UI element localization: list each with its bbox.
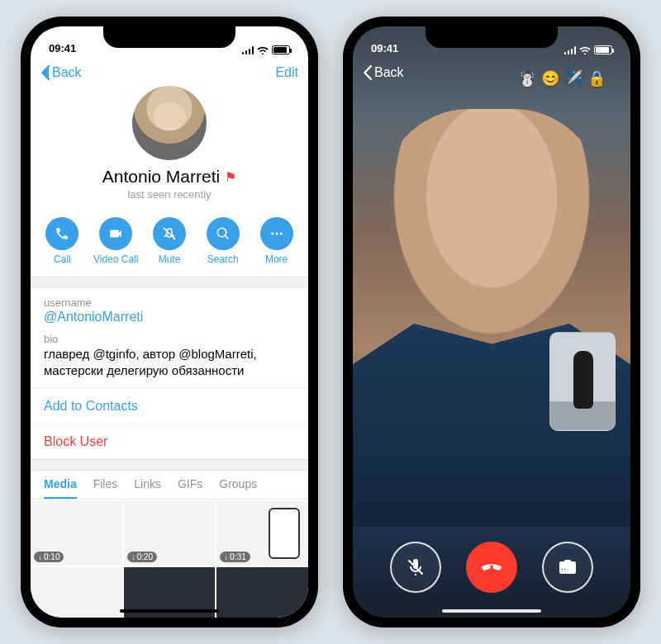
self-view-pip[interactable] <box>549 332 616 431</box>
tab-groups[interactable]: Groups <box>219 477 257 499</box>
notch <box>103 26 235 48</box>
battery-icon <box>594 45 612 54</box>
status-right <box>242 45 291 54</box>
video-icon <box>108 226 123 241</box>
display-name: Antonio Marreti ⚑ <box>102 167 236 187</box>
search-label: Search <box>207 253 239 265</box>
divider <box>31 277 308 288</box>
back-button[interactable]: Back <box>363 65 404 80</box>
back-label: Back <box>374 65 404 80</box>
info-section: username @AntonioMarreti bio главред @tg… <box>31 288 308 388</box>
more-label: More <box>265 253 288 265</box>
media-thumb[interactable] <box>31 567 122 618</box>
signal-icon <box>242 46 254 54</box>
chevron-left-icon <box>40 65 50 80</box>
svg-point-0 <box>271 233 273 235</box>
camera-flip-icon <box>558 557 578 577</box>
edit-button[interactable]: Edit <box>275 65 298 80</box>
nav-bar: Back Edit <box>31 56 308 89</box>
home-indicator[interactable] <box>120 609 219 613</box>
search-icon <box>216 226 231 241</box>
profile-screen: 09:41 Back Edit Antonio Marreti ⚑ last s… <box>31 26 308 618</box>
svg-point-1 <box>275 233 278 235</box>
tab-files[interactable]: Files <box>93 477 118 499</box>
phone-right: 09:41 Back ☃️ 😊 ✈️ 🔒 <box>343 17 640 627</box>
display-name-text: Antonio Marreti <box>102 167 220 187</box>
username-label: username <box>44 296 295 309</box>
media-thumb[interactable] <box>216 567 308 618</box>
media-duration: ↓0:10 <box>34 552 64 562</box>
bio-value: главред @tginfo, автор @blogMarreti, мас… <box>44 346 295 380</box>
mute-icon <box>162 226 177 241</box>
emoji-icon: ✈️ <box>564 69 583 88</box>
mute-mic-button[interactable] <box>390 542 441 593</box>
media-grid[interactable]: ↓0:10 ↓0:20 ↓0:31 <box>31 500 308 618</box>
notch <box>426 26 558 48</box>
call-controls <box>353 542 630 593</box>
flag-icon: ⚑ <box>225 169 236 185</box>
flip-camera-button[interactable] <box>542 542 593 593</box>
video-call-button[interactable]: Video Call <box>93 217 139 265</box>
media-duration: ↓0:31 <box>220 552 250 562</box>
status-time: 09:41 <box>49 42 76 54</box>
last-seen: last seen recently <box>127 188 211 201</box>
signal-icon <box>564 46 577 54</box>
emoji-icon: ☃️ <box>518 69 536 88</box>
phone-icon <box>55 226 69 241</box>
svg-point-2 <box>279 233 282 235</box>
more-button[interactable]: More <box>254 217 300 265</box>
tab-links[interactable]: Links <box>134 477 161 499</box>
lock-icon: 🔒 <box>587 69 606 88</box>
add-to-contacts-button[interactable]: Add to Contacts <box>31 388 308 424</box>
wifi-icon <box>579 45 591 54</box>
microphone-icon <box>406 557 426 577</box>
avatar[interactable] <box>132 86 207 160</box>
wifi-icon <box>257 45 269 54</box>
call-label: Call <box>54 253 71 265</box>
status-time: 09:41 <box>371 42 398 54</box>
chevron-left-icon <box>363 65 373 80</box>
search-button[interactable]: Search <box>200 217 246 265</box>
media-thumb[interactable]: ↓0:31 <box>216 501 308 566</box>
username-value[interactable]: @AntonioMarreti <box>44 310 295 324</box>
download-icon: ↓ <box>224 552 228 561</box>
encryption-emoji-row: ☃️ 😊 ✈️ 🔒 <box>518 69 606 88</box>
status-right <box>564 45 613 54</box>
mute-label: Mute <box>159 253 181 265</box>
more-icon <box>269 226 284 241</box>
block-user-button[interactable]: Block User <box>31 424 308 459</box>
mute-button[interactable]: Mute <box>146 217 193 265</box>
tab-media[interactable]: Media <box>44 477 77 499</box>
battery-icon <box>272 45 290 54</box>
call-button[interactable]: Call <box>39 217 85 265</box>
media-duration: ↓0:20 <box>127 552 157 562</box>
remote-video-feed <box>378 109 606 357</box>
download-icon: ↓ <box>131 552 136 561</box>
download-icon: ↓ <box>38 552 42 561</box>
emoji-icon: 😊 <box>541 69 559 88</box>
home-indicator[interactable] <box>442 609 541 613</box>
bio-label: bio <box>44 333 295 345</box>
back-button[interactable]: Back <box>40 65 82 80</box>
back-label: Back <box>52 65 82 80</box>
divider-2 <box>31 459 308 471</box>
tab-gifs[interactable]: GIFs <box>178 477 202 499</box>
profile-header: Antonio Marreti ⚑ last seen recently <box>31 89 308 209</box>
end-call-button[interactable] <box>466 542 517 593</box>
hangup-icon <box>479 555 504 580</box>
media-thumb[interactable]: ↓0:10 <box>31 501 122 566</box>
action-row: Call Video Call Mute Search More <box>31 209 308 277</box>
phone-left: 09:41 Back Edit Antonio Marreti ⚑ last s… <box>21 17 318 627</box>
video-label: Video Call <box>93 253 138 265</box>
video-call-screen: 09:41 Back ☃️ 😊 ✈️ 🔒 <box>353 26 630 618</box>
tabs: Media Files Links GIFs Groups <box>31 471 308 500</box>
media-thumb[interactable]: ↓0:20 <box>124 501 216 566</box>
